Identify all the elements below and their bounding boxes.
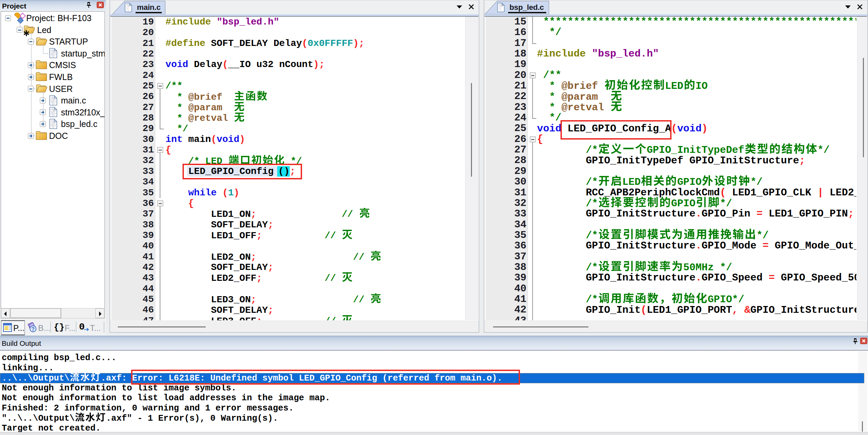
svg-text:?: ? [31,326,35,332]
